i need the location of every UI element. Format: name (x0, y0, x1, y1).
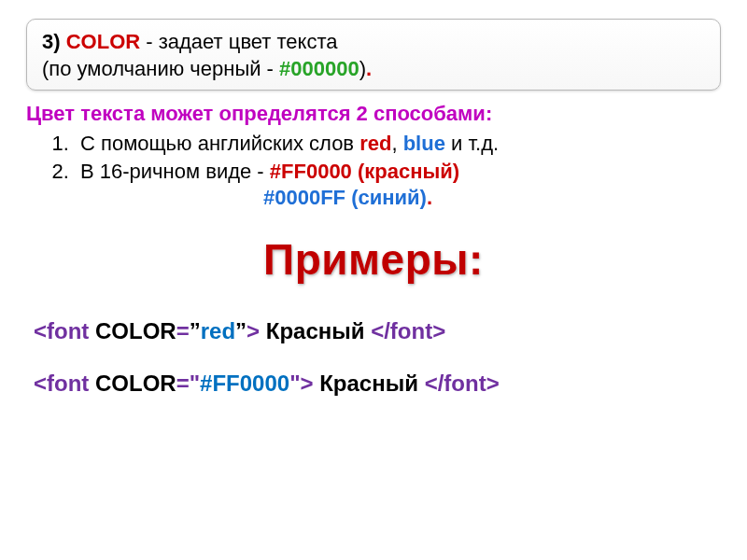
list-item: В 16-ричном виде - #FF0000 (красный) (75, 158, 721, 186)
attr-desc: - задает цвет текста (140, 30, 337, 53)
hex-blue-line: #0000FF (синий). (263, 186, 721, 210)
gt: > (247, 318, 260, 343)
attr: COLOR (95, 371, 176, 396)
tag-close: </font> (371, 318, 445, 343)
comma: , (391, 132, 402, 155)
content: Красный (260, 318, 371, 343)
text: В 16-ричном виде - (80, 160, 270, 183)
example-2: <font COLOR="#FF0000"> Красный </font> (34, 371, 721, 397)
hex-blue: #0000FF (синий) (263, 186, 427, 209)
word-red: red (359, 132, 391, 155)
eq: = (176, 318, 190, 343)
word-blue: blue (403, 132, 445, 155)
tag-close: </font> (425, 371, 500, 396)
attr: COLOR (95, 318, 176, 343)
list-item: С помощью английских слов red, blue и т.… (75, 130, 721, 158)
value: #FF0000 (200, 371, 289, 396)
value: red (201, 318, 235, 343)
quote-open: ” (190, 318, 201, 343)
ways-list: С помощью английских слов red, blue и т.… (26, 130, 721, 185)
item-number: 3) (42, 30, 66, 53)
paren-close: ) (359, 57, 366, 80)
example-1: <font COLOR=”red”> Красный </font> (34, 318, 721, 344)
space (89, 318, 95, 343)
tail: и т.д. (445, 132, 499, 155)
content: Красный (314, 371, 425, 396)
definition-line-1: 3) COLOR - задает цвет текста (42, 29, 705, 56)
definition-box: 3) COLOR - задает цвет текста (по умолча… (26, 19, 721, 91)
definition-line-2: (по умолчанию черный - #000000). (42, 56, 705, 83)
tag-open: <font (34, 371, 89, 396)
tag-open: <font (34, 318, 89, 343)
period: . (427, 186, 432, 209)
examples-title: Примеры: (26, 234, 721, 285)
default-text: по умолчанию черный - (49, 57, 279, 80)
hex-red: #FF0000 (красный) (270, 160, 459, 183)
eq: =" (176, 371, 200, 396)
period: . (366, 57, 372, 80)
text: С помощью английских слов (80, 132, 359, 155)
default-code: #000000 (279, 57, 359, 80)
attr-name: COLOR (66, 30, 140, 53)
gt: "> (289, 371, 313, 396)
quote-close: ” (235, 318, 247, 343)
ways-heading: Цвет текста может определятся 2 способам… (26, 102, 721, 126)
space (89, 371, 95, 396)
